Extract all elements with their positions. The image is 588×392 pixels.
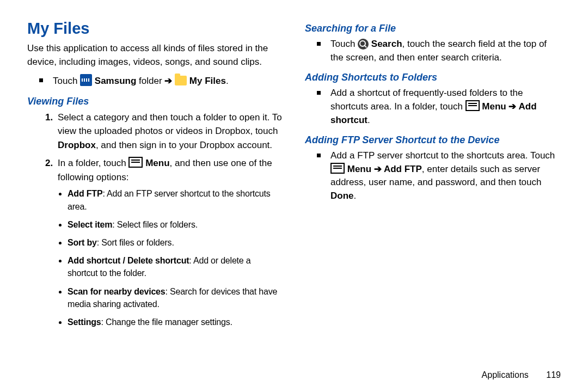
- footer-section: Applications: [482, 370, 529, 379]
- page-footer: Applications 119: [482, 370, 561, 380]
- viewing-steps: Select a category and then touch a folde…: [39, 111, 283, 328]
- text: In a folder, touch: [58, 158, 128, 168]
- folder-icon: [175, 76, 187, 85]
- opt-select-item: Select item: Select files or folders.: [68, 218, 283, 231]
- section-searching: Searching for a File: [305, 23, 561, 34]
- bullet-icon: [317, 42, 321, 46]
- right-column: Searching for a File Touch Search, touch…: [305, 20, 561, 334]
- menu-icon: [330, 163, 345, 174]
- menu-icon: [128, 157, 143, 168]
- section-viewing-files: Viewing Files: [27, 96, 283, 107]
- intro-text: Use this application to access all kinds…: [27, 42, 283, 69]
- samsung-label: Samsung: [95, 76, 137, 86]
- section-shortcuts: Adding Shortcuts to Folders: [305, 72, 561, 83]
- bullet-icon: [317, 91, 321, 95]
- page-title: My Files: [27, 20, 283, 38]
- left-column: My Files Use this application to access …: [27, 20, 283, 334]
- footer-page-number: 119: [546, 370, 561, 379]
- text: .: [226, 76, 229, 86]
- nav-path: Touch Samsung folder ➔ My Files.: [39, 74, 283, 88]
- opt-scan-devices: Scan for nearby devices: Search for devi…: [68, 285, 283, 310]
- add-ftp-label: Add FTP: [384, 164, 422, 174]
- myfiles-label: My Files: [189, 76, 226, 86]
- searching-item: Touch Search, touch the search field at …: [317, 38, 561, 64]
- text: Touch: [330, 39, 358, 49]
- text: Select a category and then touch a folde…: [58, 112, 282, 137]
- opt-add-delete-shortcut: Add shortcut / Delete shortcut: Add or d…: [68, 254, 283, 279]
- step-2: In a folder, touch Menu, and then use on…: [56, 156, 283, 328]
- samsung-icon: [80, 74, 92, 86]
- menu-options: Add FTP: Add an FTP server shortcut to t…: [68, 187, 283, 328]
- opt-sort-by: Sort by: Sort files or folders.: [68, 236, 283, 249]
- menu-label: Menu: [145, 158, 169, 168]
- search-label: Search: [371, 39, 402, 49]
- bullet-icon: [39, 78, 43, 82]
- text: folder: [139, 76, 164, 86]
- text: Add a FTP server shortcut to the shortcu…: [330, 150, 555, 161]
- text: .: [354, 191, 357, 201]
- menu-icon: [465, 100, 480, 111]
- arrow-icon: ➔: [371, 164, 384, 174]
- menu-label: Menu: [482, 101, 506, 112]
- done-label: Done: [330, 191, 354, 201]
- text: Touch: [53, 76, 80, 86]
- arrow-icon: ➔: [164, 76, 172, 86]
- text: , and then sign in to your Dropbox accou…: [96, 140, 272, 150]
- bullet-icon: [317, 154, 321, 157]
- text: .: [367, 115, 370, 125]
- ftp-item: Add a FTP server shortcut to the shortcu…: [317, 149, 561, 203]
- arrow-icon: ➔: [506, 101, 519, 112]
- opt-add-ftp: Add FTP: Add an FTP server shortcut to t…: [68, 187, 283, 212]
- section-ftp: Adding FTP Server Shortcut to the Device: [305, 134, 561, 146]
- step-1: Select a category and then touch a folde…: [56, 111, 283, 152]
- shortcuts-item: Add a shortcut of frequently-used folder…: [317, 87, 561, 127]
- dropbox-label: Dropbox: [58, 140, 96, 150]
- opt-settings: Settings: Change the file manager settin…: [68, 316, 283, 328]
- search-icon: [358, 39, 369, 50]
- menu-label: Menu: [347, 164, 371, 174]
